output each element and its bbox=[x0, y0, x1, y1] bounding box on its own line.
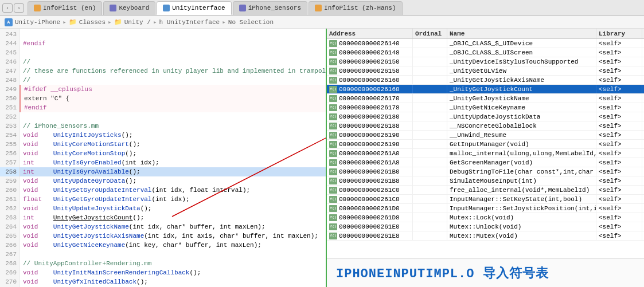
sym-row-8[interactable]: f()0000000000026180_UnityUpdateJoystickD… bbox=[327, 112, 644, 121]
sym-row-19[interactable]: f()00000000000261D8Mutex::Lock(void)<sel… bbox=[327, 213, 644, 222]
bc-sep3: ▸ bbox=[153, 18, 157, 26]
sym-row-4[interactable]: f()0000000000026160_UnityGetJoystickAxis… bbox=[327, 76, 644, 85]
code-line-249: #ifdef __cplusplus bbox=[19, 85, 326, 94]
tab-infoplist-zh[interactable]: InfoPlist (zh-Hans) bbox=[309, 1, 402, 15]
code-line-269: void UnityInitMainScreenRenderingCallbac… bbox=[19, 268, 326, 277]
symbol-table[interactable]: Address Ordinal Name Library f()00000000… bbox=[327, 29, 644, 258]
sym-addr-text-19: 00000000000261D8 bbox=[339, 214, 400, 221]
code-content[interactable]: #endif//// these are functions reference… bbox=[19, 29, 326, 287]
sym-row-5[interactable]: f()0000000000026168_UnityGetJoystickCoun… bbox=[327, 85, 644, 94]
code-line-247: // these are functions referenced in uni… bbox=[19, 66, 326, 76]
line-num-247: 247 bbox=[0, 66, 19, 76]
code-line-246: // bbox=[19, 57, 326, 66]
tab-infoplist-en[interactable]: InfoPlist (en) bbox=[28, 1, 102, 15]
line-num-259: 259 bbox=[0, 176, 19, 186]
sym-ord-3 bbox=[413, 66, 447, 75]
header-name: Name bbox=[447, 29, 596, 38]
sym-addr-21: f()00000000000261E8 bbox=[327, 231, 413, 240]
sym-row-10[interactable]: f()0000000000026190__Unwind_Resume<self> bbox=[327, 131, 644, 140]
symbol-rows[interactable]: f()0000000000026140_OBJC_CLASS_$_UIDevic… bbox=[327, 39, 644, 241]
tab-icon-infoplist-en bbox=[34, 5, 41, 11]
code-panel[interactable]: 2432442452462472482492502512522532542552… bbox=[0, 29, 327, 287]
code-line-259: void UnityUpdateGyroData(); bbox=[19, 176, 326, 186]
tab-keyboard[interactable]: Keyboard bbox=[103, 1, 155, 15]
sym-row-3[interactable]: f()0000000000026158_UnityGetGLView<self> bbox=[327, 66, 644, 76]
sym-addr-11: f()0000000000026198 bbox=[327, 140, 413, 148]
line-num-258: 258 bbox=[0, 167, 19, 176]
line-num-262: 262 bbox=[0, 204, 19, 213]
sym-addr-2: f()0000000000026150 bbox=[327, 57, 413, 66]
bc-folder-icon2: 📁 bbox=[114, 18, 122, 26]
code-line-258[interactable]: int UnityIsGyroAvailable(); bbox=[19, 167, 326, 176]
sym-icon-19: f() bbox=[329, 214, 337, 221]
sym-icon-8: f() bbox=[329, 113, 337, 120]
sym-icon-13: f() bbox=[329, 159, 337, 166]
line-num-246: 246 bbox=[0, 57, 19, 66]
sym-name-21: Mutex::Mutex(void) bbox=[447, 231, 596, 240]
sym-icon-14: f() bbox=[329, 168, 337, 175]
sym-name-19: Mutex::Lock(void) bbox=[447, 213, 596, 222]
sym-row-18[interactable]: f()00000000000261D0InputManager::SetJoys… bbox=[327, 204, 644, 213]
nav-back-button[interactable]: ‹ bbox=[2, 3, 13, 13]
sym-row-13[interactable]: f()00000000000261A8GetScreenManager(void… bbox=[327, 158, 644, 167]
sym-addr-text-11: 0000000000026198 bbox=[339, 141, 400, 148]
code-line-254: void UnityInitJoysticks(); bbox=[19, 131, 326, 140]
sym-addr-text-16: 00000000000261C0 bbox=[339, 187, 400, 194]
sym-icon-5: f() bbox=[329, 86, 337, 93]
sym-row-12[interactable]: f()00000000000261A0malloc_internal(ulong… bbox=[327, 149, 644, 158]
sym-icon-1: f() bbox=[329, 49, 337, 56]
code-line-262: void UnityUpdateJoystickData(); bbox=[19, 204, 326, 213]
sym-row-2[interactable]: f()0000000000026150_UnityDeviceIsStylusT… bbox=[327, 57, 644, 66]
sym-name-2: _UnityDeviceIsStylusTouchSupported bbox=[447, 57, 596, 66]
sym-name-14: DebugStringToFile(char const*,int,char c… bbox=[447, 167, 596, 176]
sym-row-1[interactable]: f()0000000000026148_OBJC_CLASS_$_UIScree… bbox=[327, 48, 644, 57]
sym-row-9[interactable]: f()0000000000026188__NSConcreteGlobalBlo… bbox=[327, 121, 644, 131]
sym-row-6[interactable]: f()0000000000026170_UnityGetJoystickName… bbox=[327, 94, 644, 103]
sym-icon-10: f() bbox=[329, 132, 337, 139]
bc-selection: No Selection bbox=[228, 19, 274, 26]
sym-lib-15: <self> bbox=[596, 176, 642, 185]
sym-lib-1: <self> bbox=[596, 48, 642, 57]
code-line-256: void UnityCoreMotionStop(); bbox=[19, 149, 326, 158]
code-line-250: extern "C" { bbox=[19, 94, 326, 103]
line-num-244: 244 bbox=[0, 39, 19, 48]
sym-addr-text-3: 0000000000026158 bbox=[339, 68, 400, 74]
code-line-267 bbox=[19, 250, 326, 259]
sym-name-18: InputManager::SetJoystickPosition(int,in… bbox=[447, 204, 596, 213]
bc-sep2: ▸ bbox=[108, 18, 112, 26]
sym-row-14[interactable]: f()00000000000261B0DebugStringToFile(cha… bbox=[327, 167, 644, 176]
bc-sep4: ▸ bbox=[222, 18, 226, 26]
sym-name-15: SimulateMouseInput(int) bbox=[447, 176, 596, 185]
sym-name-4: _UnityGetJoystickAxisName bbox=[447, 76, 596, 84]
line-num-269: 269 bbox=[0, 268, 19, 277]
sym-lib-14: <self> bbox=[596, 167, 642, 176]
sym-icon-3: f() bbox=[329, 68, 337, 74]
sym-row-20[interactable]: f()00000000000261E0Mutex::Unlock(void)<s… bbox=[327, 222, 644, 231]
sym-row-11[interactable]: f()0000000000026198GetInputManager(void)… bbox=[327, 140, 644, 149]
sym-ord-0 bbox=[413, 39, 447, 48]
sym-row-15[interactable]: f()00000000000261B8SimulateMouseInput(in… bbox=[327, 176, 644, 186]
sym-row-21[interactable]: f()00000000000261E8Mutex::Mutex(void)<se… bbox=[327, 231, 644, 241]
tab-label-keyboard: Keyboard bbox=[119, 5, 149, 11]
nav-forward-button[interactable]: › bbox=[14, 3, 24, 13]
tab-iphone-sensors[interactable]: iPhone_Sensors bbox=[233, 1, 307, 15]
sym-addr-6: f()0000000000026170 bbox=[327, 94, 413, 103]
sym-row-17[interactable]: f()00000000000261C8InputManager::SetKeyS… bbox=[327, 195, 644, 204]
sym-icon-2: f() bbox=[329, 58, 337, 65]
sym-lib-9: <self> bbox=[596, 121, 642, 130]
sym-addr-17: f()00000000000261C8 bbox=[327, 195, 413, 203]
sym-lib-18: <self> bbox=[596, 204, 642, 213]
sym-lib-0: <self> bbox=[596, 39, 642, 48]
line-num-270: 270 bbox=[0, 277, 19, 286]
sym-name-12: malloc_internal(ulong,ulong,MemLabelId,A… bbox=[447, 149, 596, 158]
sym-ord-18 bbox=[413, 204, 447, 213]
sym-row-7[interactable]: f()0000000000026178_UnityGetNiceKeyname<… bbox=[327, 103, 644, 112]
sym-row-0[interactable]: f()0000000000026140_OBJC_CLASS_$_UIDevic… bbox=[327, 39, 644, 48]
sym-addr-text-8: 0000000000026180 bbox=[339, 113, 400, 120]
sym-ord-13 bbox=[413, 158, 447, 167]
sym-row-16[interactable]: f()00000000000261C0free_alloc_internal(v… bbox=[327, 186, 644, 195]
code-line-257: int UnityIsGyroEnabled(int idx); bbox=[19, 158, 326, 167]
tab-unityinterface[interactable]: UnityInterface bbox=[157, 1, 231, 15]
sym-icon-15: f() bbox=[329, 178, 337, 184]
sym-ord-5 bbox=[413, 85, 447, 93]
